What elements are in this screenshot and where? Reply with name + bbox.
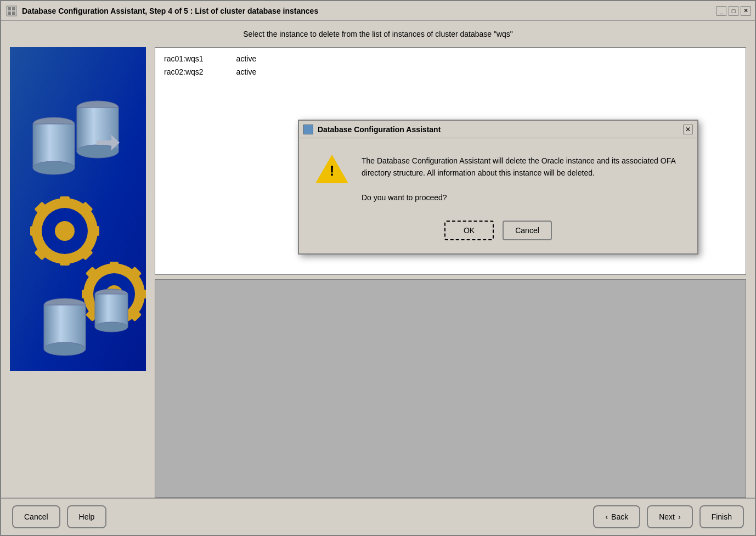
warning-exclamation: ! xyxy=(330,162,335,179)
window-controls: _ □ ✕ xyxy=(716,6,751,16)
finish-button[interactable]: Finish xyxy=(699,505,744,528)
app-icon xyxy=(5,5,18,17)
minimize-button[interactable]: _ xyxy=(716,6,726,16)
svg-rect-4 xyxy=(12,12,15,15)
modal-close-button[interactable]: ✕ xyxy=(683,125,693,134)
modal-message-line2: Do you want to proceed? xyxy=(362,191,681,204)
modal-icon xyxy=(303,125,313,134)
svg-rect-1 xyxy=(8,7,11,10)
help-button[interactable]: Help xyxy=(67,505,107,528)
content-area: Select the instance to delete from the l… xyxy=(1,21,755,498)
modal-body: ! The Database Configuration Assistant w… xyxy=(299,138,697,215)
window-title: Database Configuration Assistant, Step 4… xyxy=(22,7,716,15)
bottom-bar: Cancel Help ‹ Back Next › Finish xyxy=(1,498,755,535)
modal-overlay: Database Configuration Assistant ✕ ! The… xyxy=(1,21,755,498)
back-button[interactable]: ‹ Back xyxy=(593,505,640,528)
svg-rect-3 xyxy=(8,12,11,15)
modal-title-bar: Database Configuration Assistant ✕ xyxy=(299,121,697,138)
main-window: Database Configuration Assistant, Step 4… xyxy=(0,0,756,536)
modal-title: Database Configuration Assistant xyxy=(318,125,683,134)
ok-button[interactable]: OK xyxy=(444,221,494,240)
next-button[interactable]: Next › xyxy=(647,505,692,528)
cancel-button[interactable]: Cancel xyxy=(12,505,60,528)
next-chevron-icon: › xyxy=(678,512,681,521)
dialog-cancel-button[interactable]: Cancel xyxy=(503,221,552,240)
modal-footer: OK Cancel xyxy=(299,215,697,253)
modal-message: The Database Configuration Assistant wil… xyxy=(362,155,681,204)
modal-dialog: Database Configuration Assistant ✕ ! The… xyxy=(298,120,698,255)
window-close-button[interactable]: ✕ xyxy=(741,6,751,16)
maximize-button[interactable]: □ xyxy=(729,6,738,16)
title-bar: Database Configuration Assistant, Step 4… xyxy=(1,1,755,21)
back-chevron-icon: ‹ xyxy=(605,512,608,521)
warning-icon: ! xyxy=(315,155,348,185)
svg-rect-2 xyxy=(12,7,15,10)
modal-message-line1: The Database Configuration Assistant wil… xyxy=(362,155,681,179)
